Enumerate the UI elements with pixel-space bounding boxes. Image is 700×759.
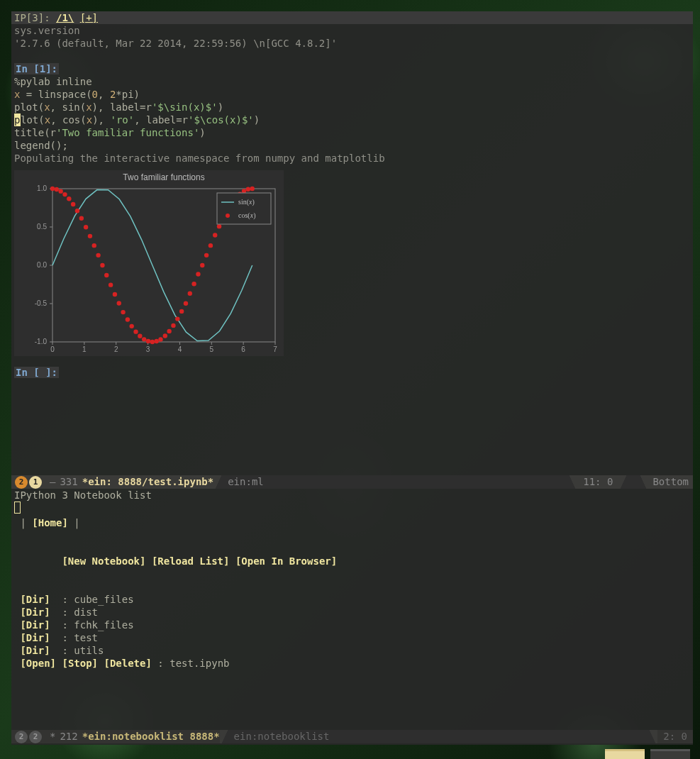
- svg-point-57: [171, 323, 175, 328]
- svg-point-43: [113, 292, 117, 297]
- modeline-top: 2 1 — 331 *ein: 8888/test.ipynb* ein:ml …: [11, 475, 693, 489]
- taskbar: [0, 749, 700, 759]
- svg-point-34: [75, 209, 79, 213]
- code-line[interactable]: %pylab inline: [14, 75, 690, 88]
- svg-point-53: [154, 339, 158, 343]
- dir-button[interactable]: [Dir]: [20, 645, 50, 656]
- notebook-header: IP[3]: /1\ [+]: [11, 11, 693, 24]
- notebooklist-buffer[interactable]: IPython 3 Notebook list | [Home] | [New …: [11, 489, 693, 745]
- svg-text:4: 4: [178, 345, 182, 353]
- svg-point-28: [50, 187, 55, 191]
- svg-point-30: [58, 189, 62, 193]
- svg-text:1.0: 1.0: [37, 184, 47, 192]
- home-link[interactable]: [Home]: [32, 517, 68, 528]
- svg-text:1: 1: [82, 345, 87, 353]
- svg-text:5: 5: [210, 345, 214, 353]
- code-line[interactable]: x = linspace(0, 2*pi): [14, 88, 690, 101]
- svg-point-62: [191, 282, 196, 286]
- svg-point-52: [150, 340, 155, 344]
- svg-point-36: [84, 225, 88, 229]
- delete-button[interactable]: [Delete]: [104, 658, 151, 669]
- svg-point-46: [126, 317, 130, 321]
- svg-point-75: [246, 187, 250, 192]
- dir-button[interactable]: [Dir]: [20, 632, 50, 643]
- code-line[interactable]: legend();: [14, 139, 690, 152]
- workspace-indicator[interactable]: 2: [15, 476, 28, 489]
- code-line[interactable]: title(r'Two familiar functions'): [14, 126, 690, 139]
- modified-indicator: —: [50, 475, 55, 489]
- open-in-browser-button[interactable]: [Open In Browser]: [235, 555, 337, 567]
- svg-point-40: [100, 263, 104, 267]
- taskbar-button[interactable]: [605, 749, 645, 759]
- svg-point-37: [88, 234, 92, 238]
- dir-name[interactable]: utils: [74, 645, 104, 656]
- dir-name[interactable]: dist: [74, 606, 98, 618]
- dir-name[interactable]: fchk_files: [74, 619, 133, 631]
- file-name[interactable]: test.ipynb: [170, 658, 229, 669]
- window-indicator[interactable]: 2: [29, 731, 42, 743]
- svg-text:2: 2: [114, 345, 118, 353]
- svg-text:6: 6: [241, 345, 245, 353]
- code-line[interactable]: plot(x, cos(x), 'ro', label=r'$\cos(x)$'…: [14, 113, 690, 126]
- dir-button[interactable]: [Dir]: [20, 619, 50, 631]
- svg-point-66: [209, 243, 213, 248]
- dir-button[interactable]: [Dir]: [20, 606, 50, 618]
- dir-name[interactable]: test: [74, 632, 98, 643]
- add-worksheet-button[interactable]: [+]: [80, 12, 98, 23]
- svg-point-48: [133, 329, 138, 333]
- window-indicator[interactable]: 1: [29, 476, 42, 489]
- svg-point-63: [196, 272, 200, 276]
- list-item: [Dir] : dist: [14, 606, 690, 619]
- stop-button[interactable]: [Stop]: [62, 658, 98, 669]
- svg-point-45: [121, 310, 125, 314]
- svg-point-76: [250, 187, 255, 191]
- buffer-name[interactable]: *ein: 8888/test.ipynb*: [82, 475, 213, 489]
- worksheet-tab-active[interactable]: /1\: [56, 12, 74, 23]
- in-prompt: In [ ]:: [14, 367, 59, 378]
- major-mode: ein:ml: [223, 475, 268, 489]
- svg-point-80: [226, 214, 230, 218]
- modeline-bottom: 2 2 * 212 *ein:notebooklist 8888* ein:no…: [11, 730, 693, 743]
- open-button[interactable]: [Open]: [20, 658, 56, 669]
- svg-point-65: [204, 253, 209, 257]
- svg-point-60: [184, 301, 188, 305]
- svg-point-44: [117, 301, 121, 305]
- svg-text:sin(x): sin(x): [238, 198, 255, 206]
- svg-point-54: [158, 337, 162, 341]
- point-cursor: [14, 502, 21, 514]
- svg-point-47: [129, 324, 133, 328]
- cursor-position: 2: 0: [657, 730, 693, 743]
- dir-name[interactable]: cube_files: [74, 594, 133, 605]
- breadcrumb: | [Home] |: [14, 516, 690, 529]
- reload-list-button[interactable]: [Reload List]: [152, 555, 230, 567]
- svg-point-67: [213, 233, 217, 237]
- cell-2[interactable]: In [ ]:: [11, 366, 693, 392]
- list-item: [Dir] : test: [14, 631, 690, 644]
- notebook-buffer[interactable]: IP[3]: /1\ [+] sys.version '2.7.6 (defau…: [11, 11, 693, 489]
- svg-point-38: [92, 243, 96, 248]
- svg-point-61: [188, 292, 192, 296]
- svg-text:7: 7: [273, 345, 277, 353]
- svg-point-49: [138, 334, 142, 338]
- svg-text:3: 3: [146, 345, 150, 353]
- svg-point-55: [163, 333, 167, 338]
- emacs-frame: IP[3]: /1\ [+] sys.version '2.7.6 (defau…: [11, 11, 693, 745]
- new-notebook-button[interactable]: [New Notebook]: [62, 555, 145, 567]
- cell-1[interactable]: In [1]: %pylab inline x = linspace(0, 2*…: [11, 62, 693, 356]
- major-mode: ein:notebooklist: [230, 730, 334, 743]
- line-number: 331: [60, 475, 77, 489]
- plot-output: Two familiar functions01234567-1.0-0.50.…: [14, 170, 284, 356]
- list-item: [Dir] : utils: [14, 644, 690, 657]
- buffer-name[interactable]: *ein:notebooklist 8888*: [82, 730, 220, 743]
- code-line[interactable]: plot(x, sin(x), label=r'$\sin(x)$'): [14, 101, 690, 113]
- list-item: [Dir] : cube_files: [14, 593, 690, 606]
- dir-button[interactable]: [Dir]: [20, 594, 50, 605]
- svg-point-39: [96, 253, 100, 257]
- svg-point-32: [67, 196, 71, 201]
- svg-text:0: 0: [50, 345, 55, 353]
- svg-point-41: [104, 273, 109, 277]
- notebooklist-title: IPython 3 Notebook list: [14, 489, 690, 502]
- taskbar-button[interactable]: [650, 749, 690, 759]
- svg-text:-1.0: -1.0: [35, 338, 48, 345]
- workspace-indicator[interactable]: 2: [15, 731, 28, 743]
